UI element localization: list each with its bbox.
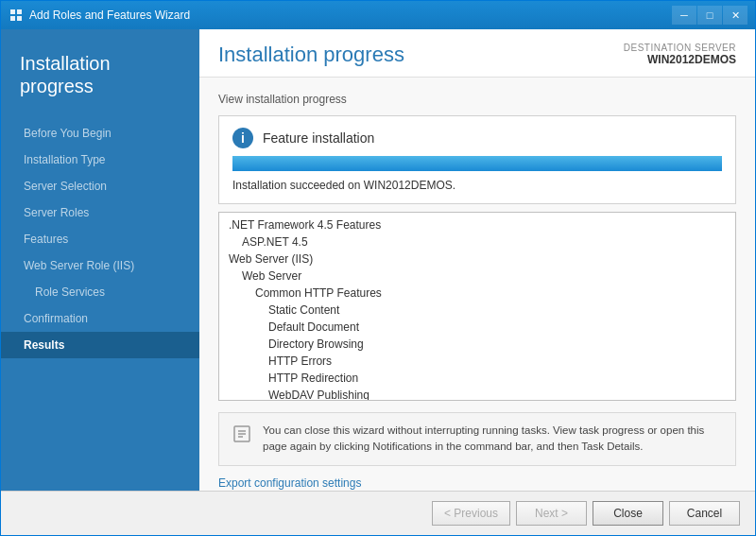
wizard-footer: < Previous Next > Close Cancel — [1, 491, 755, 535]
maximize-button[interactable]: □ — [697, 6, 722, 25]
sidebar-item-installation-type[interactable]: Installation Type — [1, 147, 199, 173]
close-button[interactable]: Close — [593, 501, 663, 526]
items-list-content: .NET Framework 4.5 FeaturesASP.NET 4.5We… — [219, 213, 735, 401]
list-item: Common HTTP Features — [219, 285, 735, 302]
svg-rect-1 — [17, 9, 22, 14]
list-item: Static Content — [219, 302, 735, 319]
page-title: Installation progress — [218, 43, 404, 67]
list-item: Default Document — [219, 319, 735, 336]
notification-icon — [231, 423, 253, 445]
feature-install-box: i Feature installation Installation succ… — [218, 115, 736, 204]
title-bar: Add Roles and Features Wizard ─ □ ✕ — [1, 1, 755, 29]
sidebar-item-server-roles[interactable]: Server Roles — [1, 199, 199, 226]
list-item: Web Server (IIS) — [219, 251, 735, 268]
destination-server-info: DESTINATION SERVER WIN2012DEMOS — [624, 43, 736, 66]
export-configuration-link[interactable]: Export configuration settings — [218, 476, 361, 490]
feature-install-header: i Feature installation — [232, 128, 722, 148]
wizard-body: Installation progress Before You BeginIn… — [1, 29, 755, 491]
sidebar: Installation progress Before You BeginIn… — [1, 29, 199, 491]
previous-button[interactable]: < Previous — [432, 501, 510, 526]
destination-name: WIN2012DEMOS — [624, 53, 736, 66]
window-controls: ─ □ ✕ — [672, 6, 747, 25]
destination-label: DESTINATION SERVER — [624, 43, 736, 53]
wizard-window: Add Roles and Features Wizard ─ □ ✕ Inst… — [0, 0, 756, 536]
feature-install-title: Feature installation — [263, 130, 374, 146]
close-window-button[interactable]: ✕ — [723, 6, 747, 25]
svg-rect-0 — [10, 9, 15, 14]
app-icon — [9, 8, 24, 23]
svg-rect-2 — [10, 16, 15, 21]
sidebar-item-confirmation[interactable]: Confirmation — [1, 305, 199, 332]
info-icon: i — [232, 128, 253, 148]
list-item: .NET Framework 4.5 Features — [219, 216, 735, 233]
list-item: Web Server — [219, 268, 735, 285]
next-button[interactable]: Next > — [516, 501, 587, 526]
notification-box: You can close this wizard without interr… — [218, 412, 736, 466]
list-item: Directory Browsing — [219, 336, 735, 353]
sidebar-item-before-you-begin[interactable]: Before You Begin — [1, 120, 199, 147]
success-text: Installation succeeded on WIN2012DEMOS. — [232, 179, 722, 192]
cancel-button[interactable]: Cancel — [669, 501, 740, 526]
svg-rect-3 — [17, 16, 22, 21]
main-scroll-area: View installation progress i Feature ins… — [199, 78, 755, 491]
progress-bar-fill — [232, 156, 722, 171]
progress-bar — [232, 156, 722, 171]
sidebar-item-server-selection[interactable]: Server Selection — [1, 173, 199, 199]
section-label: View installation progress — [218, 93, 736, 106]
list-item: ASP.NET 4.5 — [219, 233, 735, 251]
list-item: HTTP Errors — [219, 353, 735, 370]
sidebar-item-features[interactable]: Features — [1, 226, 199, 252]
window-title: Add Roles and Features Wizard — [29, 9, 190, 22]
list-item: HTTP Redirection — [219, 370, 735, 387]
installed-items-list[interactable]: .NET Framework 4.5 FeaturesASP.NET 4.5We… — [218, 212, 736, 401]
sidebar-item-web-server-role-iis[interactable]: Web Server Role (IIS) — [1, 252, 199, 279]
main-content: Installation progress DESTINATION SERVER… — [199, 29, 755, 491]
sidebar-header: Installation progress — [1, 29, 199, 116]
sidebar-item-results[interactable]: Results — [1, 332, 199, 358]
sidebar-title: Installation progress — [20, 52, 180, 97]
minimize-button[interactable]: ─ — [672, 6, 696, 25]
main-header: Installation progress DESTINATION SERVER… — [199, 29, 755, 78]
list-item: WebDAV Publishing — [219, 387, 735, 401]
sidebar-item-role-services[interactable]: Role Services — [1, 279, 199, 305]
title-bar-left: Add Roles and Features Wizard — [9, 8, 190, 23]
notification-text: You can close this wizard without interr… — [263, 423, 724, 456]
sidebar-nav: Before You BeginInstallation TypeServer … — [1, 120, 199, 358]
